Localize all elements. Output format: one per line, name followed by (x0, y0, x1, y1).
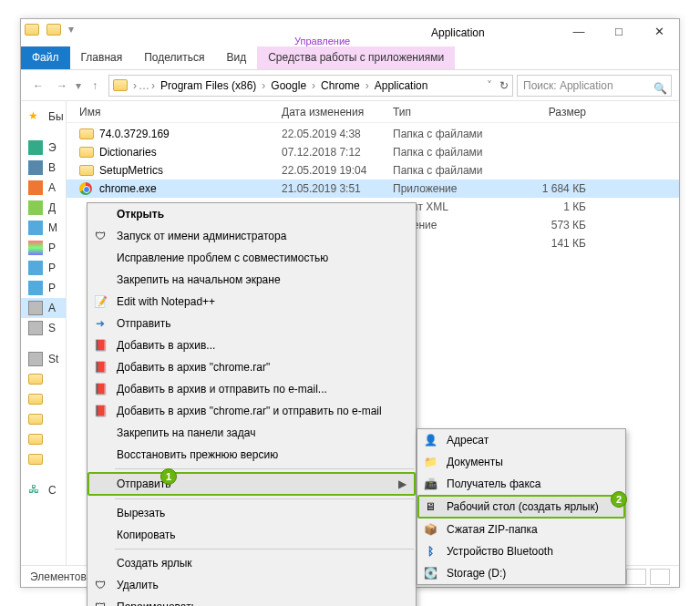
sidebar-item[interactable]: Д (21, 198, 66, 218)
tab-file[interactable]: Файл (21, 46, 70, 69)
breadcrumb-item[interactable]: Program Files (x86) (157, 79, 260, 92)
maximize-button[interactable]: □ (599, 19, 639, 45)
notepad-icon: 📝 (93, 294, 108, 309)
search-icon: 🔍 (654, 78, 667, 98)
sidebar-item[interactable] (21, 429, 66, 449)
col-date[interactable]: Дата изменения (282, 106, 393, 118)
monitor-icon: 🖥 (423, 499, 438, 514)
annotation-badge-2: 2 (611, 491, 627, 508)
col-size[interactable]: Размер (504, 106, 586, 118)
sidebar-item[interactable] (21, 389, 66, 409)
tab-app-tools[interactable]: Средства работы с приложениями (257, 46, 455, 69)
sidebar-item[interactable]: Р (21, 238, 66, 258)
shield-icon: 🛡 (93, 578, 108, 592)
menu-add-chrome-email[interactable]: 📕Добавить в архив "chrome.rar" и отправи… (88, 400, 416, 422)
menu-restore-version[interactable]: Восстановить прежнюю версию (88, 444, 416, 466)
submenu-recipient[interactable]: 👤Адресат (417, 429, 625, 451)
breadcrumb-item[interactable]: Application (371, 79, 432, 92)
refresh-icon[interactable]: ↻ (499, 79, 509, 92)
menu-add-chrome-rar[interactable]: 📕Добавить в архив "chrome.rar" (88, 356, 416, 378)
menu-add-email[interactable]: 📕Добавить в архив и отправить по e-mail.… (88, 378, 416, 400)
quick-access-toolbar: ▾ (25, 23, 74, 36)
breadcrumb[interactable]: › … › Program Files (x86) › Google › Chr… (108, 75, 513, 97)
sidebar-item[interactable]: St (21, 349, 66, 369)
folder-icon (79, 147, 94, 158)
breadcrumb-dropdown-icon[interactable]: ˅ (487, 79, 492, 92)
menu-send[interactable]: ➜Отправить (88, 313, 416, 334)
sidebar-item[interactable]: В (21, 158, 66, 178)
sidebar-item[interactable] (21, 369, 66, 389)
menu-compat[interactable]: Исправление проблем с совместимостью (88, 247, 416, 269)
back-button[interactable]: ← (28, 76, 48, 96)
person-icon: 👤 (423, 433, 438, 447)
sidebar-item[interactable]: S (21, 318, 66, 338)
submenu-bluetooth[interactable]: ᛒУстройство Bluetooth (417, 540, 625, 562)
view-icons-button[interactable] (650, 569, 670, 585)
rar-icon: 📕 (93, 382, 108, 396)
breadcrumb-item[interactable]: Google (267, 79, 310, 92)
sidebar-item[interactable]: Р (21, 278, 66, 298)
tab-home[interactable]: Главная (70, 46, 134, 69)
sidebar-item[interactable]: М (21, 218, 66, 238)
search-input[interactable]: Поиск: Application 🔍 (517, 75, 672, 97)
file-row[interactable]: SetupMetrics 22.05.2019 19:04 Папка с фа… (67, 161, 679, 180)
send-to-submenu: 👤Адресат 📁Документы 📠Получатель факса 🖥 … (417, 428, 626, 585)
sidebar-item-quick[interactable]: ★Бы (21, 107, 66, 127)
documents-icon: 📁 (423, 455, 438, 469)
address-bar: ← → ▾ ↑ › … › Program Files (x86) › Goog… (21, 70, 679, 101)
search-placeholder: Поиск: Application (523, 79, 613, 92)
col-name[interactable]: Имя (79, 106, 282, 118)
sidebar-item[interactable]: Э (21, 138, 66, 158)
menu-run-as-admin[interactable]: 🛡Запуск от имени администратора (88, 225, 416, 247)
menu-separator (115, 468, 414, 469)
menu-pin-start[interactable]: Закрепить на начальном экране (88, 269, 416, 291)
sidebar-item-network[interactable]: 🖧С (21, 480, 66, 500)
folder-icon (113, 79, 128, 91)
fax-icon: 📠 (423, 477, 438, 491)
file-row[interactable]: 74.0.3729.169 22.05.2019 4:38 Папка с фа… (67, 125, 679, 143)
rar-icon: 📕 (93, 360, 108, 375)
menu-create-shortcut[interactable]: Создать ярлык (88, 552, 416, 574)
sidebar-item[interactable]: А (21, 178, 66, 198)
annotation-badge-1: 1 (160, 468, 177, 485)
menu-separator (115, 549, 414, 550)
menu-delete[interactable]: 🛡Удалить (88, 574, 416, 596)
navigation-pane: ★Бы Э В А Д М Р Р Р А S St 🖧С (21, 101, 67, 565)
menu-pin-taskbar[interactable]: Закрепить на панели задач (88, 422, 416, 444)
menu-add-archive[interactable]: 📕Добавить в архив... (88, 334, 416, 356)
history-dropdown-icon[interactable]: ▾ (76, 79, 81, 92)
submenu-arrow-icon: ▶ (398, 478, 407, 490)
menu-copy[interactable]: Копировать (88, 524, 416, 546)
submenu-documents[interactable]: 📁Документы (417, 451, 625, 473)
up-button[interactable]: ↑ (85, 76, 105, 96)
view-details-button[interactable] (626, 569, 646, 585)
minimize-button[interactable]: — (559, 19, 599, 45)
menu-separator (115, 498, 414, 499)
sidebar-item[interactable] (21, 449, 66, 469)
forward-button[interactable]: → (52, 76, 72, 96)
folder-icon[interactable] (46, 24, 61, 36)
tab-view[interactable]: Вид (215, 46, 257, 69)
menu-send-to[interactable]: Отправить ▶ 1 (88, 472, 416, 496)
menu-cut[interactable]: Вырезать (88, 502, 416, 524)
send-icon: ➜ (93, 316, 108, 331)
sidebar-item[interactable]: А (21, 298, 66, 318)
submenu-zip[interactable]: 📦Сжатая ZIP-папка (417, 519, 625, 540)
submenu-storage[interactable]: 💽Storage (D:) (417, 562, 625, 584)
file-row[interactable]: chrome.exe 21.05.2019 3:51 Приложение 1 … (67, 180, 679, 198)
breadcrumb-item[interactable]: Chrome (317, 79, 364, 92)
sidebar-item[interactable] (21, 409, 66, 429)
sidebar-item[interactable]: Р (21, 258, 66, 278)
menu-open[interactable]: Открыть (88, 203, 416, 225)
column-headers: Имя Дата изменения Тип Размер (67, 101, 679, 123)
file-row[interactable]: Dictionaries 07.12.2018 7:12 Папка с фай… (67, 143, 679, 161)
qat-dropdown-icon[interactable]: ▾ (68, 23, 74, 36)
titlebar: ▾ Управление Application — □ ✕ (21, 19, 679, 46)
submenu-desktop-shortcut[interactable]: 🖥 Рабочий стол (создать ярлык) 2 (417, 495, 625, 519)
tab-share[interactable]: Поделиться (133, 46, 215, 69)
menu-edit-notepadpp[interactable]: 📝Edit with Notepad++ (88, 291, 416, 313)
submenu-fax[interactable]: 📠Получатель факса (417, 473, 625, 495)
close-button[interactable]: ✕ (639, 19, 679, 45)
col-type[interactable]: Тип (393, 106, 504, 118)
menu-rename[interactable]: 🛡Переименовать (88, 596, 416, 606)
